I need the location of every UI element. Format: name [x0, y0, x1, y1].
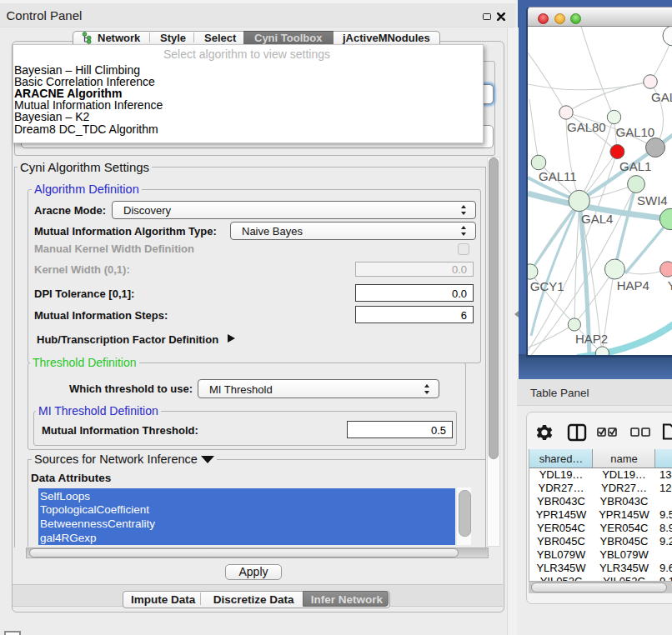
svg-text:SWI4: SWI4	[637, 193, 668, 208]
svg-text:GAL11: GAL11	[539, 169, 577, 183]
svg-text:GAL4: GAL4	[581, 212, 613, 226]
svg-text:YMR0: YMR0	[668, 278, 672, 292]
svg-text:GAL2: GAL2	[651, 90, 672, 104]
svg-text:GAL10: GAL10	[616, 125, 655, 139]
svg-text:GCY1: GCY1	[530, 279, 564, 293]
svg-text:HAP2: HAP2	[575, 332, 608, 346]
svg-text:HAP4: HAP4	[617, 278, 649, 292]
svg-text:GAL1: GAL1	[619, 159, 651, 173]
svg-text:GAL80: GAL80	[567, 120, 606, 134]
